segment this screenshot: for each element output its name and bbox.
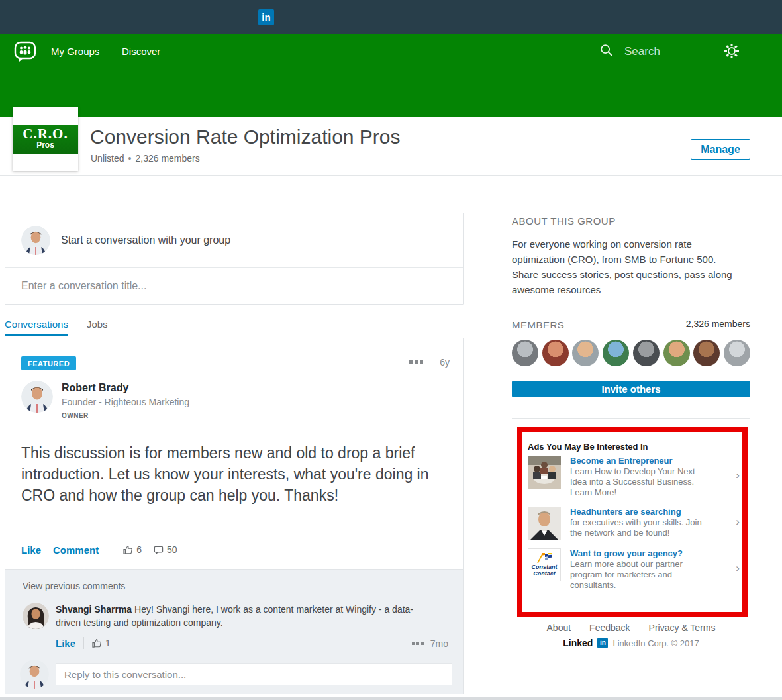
rail-divider xyxy=(512,418,750,419)
about-heading: ABOUT THIS GROUP xyxy=(512,215,616,226)
commenter-avatar[interactable] xyxy=(23,603,49,629)
group-logo-line2: Pros xyxy=(13,141,78,150)
feed-tabs: Conversations Jobs xyxy=(5,319,108,336)
linkedin-logo[interactable]: in xyxy=(258,9,274,25)
tab-jobs[interactable]: Jobs xyxy=(87,319,108,336)
member-avatar[interactable] xyxy=(542,340,569,366)
group-logo-line1: C.R.O. xyxy=(13,126,78,141)
group-header: Conversion Rate Optimization Pros Unlist… xyxy=(0,117,782,176)
ads-highlight-box: Ads You May Be Interested In Become an E… xyxy=(517,427,748,617)
thumb-up-icon xyxy=(92,638,102,648)
reply-input[interactable]: Reply to this conversation... xyxy=(56,663,452,685)
view-previous-comments-link[interactable]: View previous comments xyxy=(23,581,125,591)
tab-conversations[interactable]: Conversations xyxy=(5,319,68,336)
groups-nav-bar: My Groups Discover Search xyxy=(0,34,782,68)
likes-count[interactable]: 6 xyxy=(123,544,142,555)
members-count[interactable]: 2,326 members xyxy=(512,319,750,329)
comment-meta: 7mo xyxy=(412,638,448,649)
group-logo[interactable]: C.R.O. Pros xyxy=(13,107,78,171)
ad-title[interactable]: Become an Entrepreneur xyxy=(570,456,710,466)
comment-button[interactable]: Comment xyxy=(53,544,99,556)
member-avatar[interactable] xyxy=(633,340,660,366)
member-avatar[interactable] xyxy=(572,340,599,366)
footer-feedback-link[interactable]: Feedback xyxy=(589,623,630,633)
ad-title[interactable]: Headhunters are searching xyxy=(570,507,710,517)
member-avatar[interactable] xyxy=(663,340,690,366)
composer-prompt-row[interactable]: Start a conversation with your group xyxy=(5,213,463,268)
actions-divider xyxy=(111,544,111,556)
member-avatar[interactable] xyxy=(603,340,629,366)
ad-description: Learn more about our partner program for… xyxy=(570,559,710,591)
groups-bubble-icon[interactable] xyxy=(13,40,37,64)
group-members-count: 2,326 members xyxy=(136,153,200,164)
comment-text: Shvangi Sharrma Hey! Shvangi here, I wor… xyxy=(56,603,438,629)
comment-likes-count[interactable]: 1 xyxy=(92,638,111,648)
gear-icon[interactable] xyxy=(721,40,742,62)
meta-separator: • xyxy=(128,153,132,164)
comments-section: View previous comments Shvangi Sharrma H… xyxy=(5,569,463,694)
nav-divider xyxy=(0,68,750,68)
comment-actions-divider xyxy=(83,637,84,649)
post-actions: Like Comment 6 50 xyxy=(21,544,177,556)
member-avatar[interactable] xyxy=(693,340,720,366)
comments-count[interactable]: 50 xyxy=(154,544,177,555)
ad-description: Learn How to Develop Your Next Idea into… xyxy=(570,466,710,498)
member-avatars-row xyxy=(512,340,750,366)
footer-privacy-link[interactable]: Privacy & Terms xyxy=(649,623,716,633)
chevron-right-icon[interactable]: › xyxy=(736,562,740,575)
footer-linkedin-in-icon: in xyxy=(597,638,608,648)
like-button[interactable]: Like xyxy=(21,544,41,556)
constant-contact-logo: Constant Contact xyxy=(528,548,561,581)
author-avatar[interactable] xyxy=(21,381,53,413)
ads-heading: Ads You May Be Interested In xyxy=(528,442,737,452)
post-age: 6y xyxy=(440,357,450,368)
groups-hero-band: My Groups Discover Search xyxy=(0,34,782,117)
reply-row: Reply to this conversation... xyxy=(20,660,452,689)
top-app-bar: in xyxy=(0,0,782,34)
composer-card: Start a conversation with your group Ent… xyxy=(5,213,464,305)
nav-discover[interactable]: Discover xyxy=(122,34,160,68)
group-logo-art: C.R.O. Pros xyxy=(13,125,78,154)
footer-links: About Feedback Privacy & Terms xyxy=(512,623,750,633)
chevron-right-icon[interactable]: › xyxy=(736,515,740,528)
footer-brand: Linked in LinkedIn Corp. © 2017 xyxy=(512,638,750,648)
group-visibility: Unlisted xyxy=(91,153,124,164)
group-title: Conversion Rate Optimization Pros xyxy=(90,126,401,148)
ad-image-meeting xyxy=(528,456,561,489)
commenter-name[interactable]: Shvangi Sharrma xyxy=(56,604,132,615)
ad-description: for executives with your skills. Join th… xyxy=(570,517,710,538)
ad-item-entrepreneur[interactable]: Become an Entrepreneur Learn How to Deve… xyxy=(528,456,737,498)
featured-badge: FEATURED xyxy=(21,356,76,370)
member-avatar[interactable] xyxy=(724,340,750,366)
conversation-title-input[interactable]: Enter a conversation title... xyxy=(5,268,463,305)
post-author: Robert Brady Founder - Righteous Marketi… xyxy=(21,381,189,419)
chevron-right-icon[interactable]: › xyxy=(736,469,740,482)
ad-item-headhunters[interactable]: Headhunters are searching for executives… xyxy=(528,507,737,540)
footer-linkedin-wordmark: Linked xyxy=(563,638,593,648)
ad-image-headshot xyxy=(528,507,561,540)
invite-others-button[interactable]: Invite others xyxy=(512,381,750,397)
search-input[interactable]: Search xyxy=(599,34,660,68)
comment-like-button[interactable]: Like xyxy=(56,638,75,649)
author-name[interactable]: Robert Brady xyxy=(62,382,189,394)
cc-logo-line1: Constant xyxy=(532,564,558,570)
ad-title[interactable]: Want to grow your agency? xyxy=(570,548,710,559)
footer-about-link[interactable]: About xyxy=(547,623,571,633)
search-icon xyxy=(599,43,614,60)
author-role-badge: OWNER xyxy=(62,412,189,419)
current-user-avatar xyxy=(21,226,50,255)
about-text: For everyone working on conversion rate … xyxy=(512,236,745,297)
page-bottom-edge xyxy=(0,697,782,700)
group-meta: Unlisted•2,326 members xyxy=(91,153,200,164)
comment-menu-icon[interactable] xyxy=(412,642,424,645)
footer-copyright: LinkedIn Corp. © 2017 xyxy=(612,638,699,648)
member-avatar[interactable] xyxy=(512,340,538,366)
manage-button[interactable]: Manage xyxy=(691,139,750,160)
thumb-up-icon xyxy=(123,545,133,555)
post-card: FEATURED 6y Robert Brady Founder - Right… xyxy=(5,338,464,694)
comment-bubble-icon xyxy=(154,545,164,555)
ad-item-constant-contact[interactable]: Constant Contact Want to grow your agenc… xyxy=(528,548,737,591)
comment-age: 7mo xyxy=(430,638,448,649)
nav-my-groups[interactable]: My Groups xyxy=(51,34,99,68)
post-menu-icon[interactable] xyxy=(409,360,423,364)
